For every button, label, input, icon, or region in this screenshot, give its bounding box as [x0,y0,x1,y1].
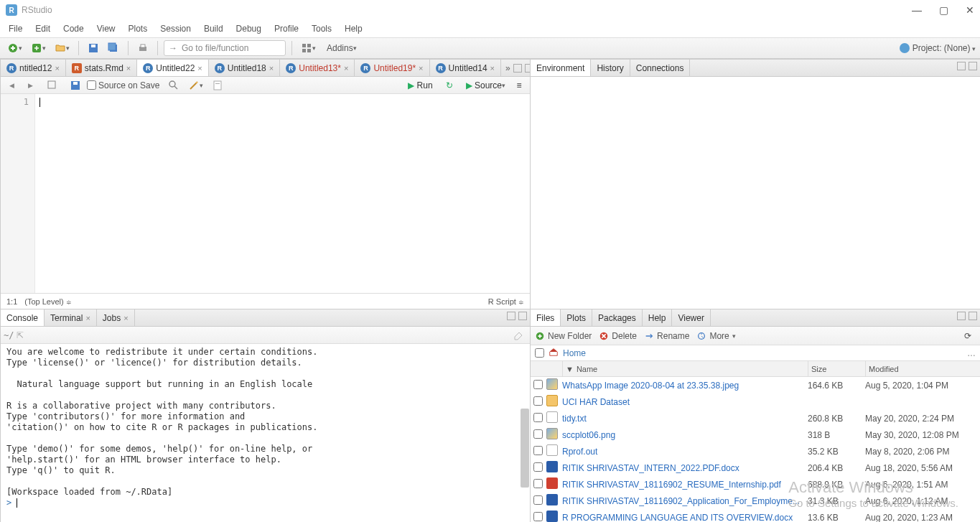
code-area[interactable] [35,94,530,293]
run-button[interactable]: ▶ Run [405,78,435,93]
new-folder-button[interactable]: New Folder [535,331,592,341]
grid-button[interactable] [298,40,319,56]
language-selector[interactable]: R Script ≑ [488,297,524,306]
file-name[interactable]: R PROGRAMMING LANGUAGE AND ITS OVERVIEW.… [562,513,808,523]
addins-menu[interactable]: Addins [322,40,362,56]
file-row[interactable]: R PROGRAMMING LANGUAGE AND ITS OVERVIEW.… [531,509,980,522]
menu-file[interactable]: File [9,24,22,34]
file-checkbox[interactable] [533,479,543,488]
save-button[interactable] [67,78,84,93]
menu-plots[interactable]: Plots [129,24,148,34]
breadcrumb-home[interactable]: Home [563,348,586,358]
refresh-button[interactable]: ⟳ [960,328,976,344]
source-on-save-checkbox[interactable]: Source on Save [87,80,159,90]
editor-body[interactable]: 1 [1,94,530,293]
files-tab-files[interactable]: Files [531,309,561,326]
maximize-pane-icon[interactable] [525,64,530,73]
col-size[interactable]: Size [808,361,865,376]
editor-tab[interactable]: Rntitled12× [1,60,66,76]
file-row[interactable]: WhatsApp Image 2020-08-04 at 23.35.38.jp… [531,377,980,393]
console-popup-icon[interactable]: ⇱ [17,330,24,340]
rerun-button[interactable]: ↻ [442,78,457,93]
file-row[interactable]: sccplot06.png318 BMay 30, 2020, 12:08 PM [531,427,980,443]
find-button[interactable] [165,78,182,93]
menu-debug[interactable]: Debug [236,24,261,34]
close-tab-icon[interactable]: × [85,314,90,322]
menu-help[interactable]: Help [345,24,363,34]
close-tab-icon[interactable]: × [269,64,274,73]
menu-session[interactable]: Session [160,24,191,34]
file-row[interactable]: RITIK SHRIVASTAV_18116902_Application_Fo… [531,493,980,509]
window-minimize-button[interactable]: — [912,4,922,16]
files-tab-plots[interactable]: Plots [561,309,592,326]
rename-button[interactable]: Rename [644,331,689,341]
close-tab-icon[interactable]: × [344,64,348,73]
home-icon[interactable] [549,347,559,359]
env-tab-history[interactable]: History [591,60,630,76]
file-name[interactable]: tidy.txt [562,414,808,424]
editor-tab[interactable]: RUntitled13*× [280,60,355,76]
minimize-pane-icon[interactable] [507,312,515,320]
open-file-button[interactable] [52,40,73,56]
file-name[interactable]: RITIK SHRIVASTAV_18116902_Application_Fo… [562,496,808,506]
close-tab-icon[interactable]: × [490,64,495,73]
wand-button[interactable] [185,78,206,93]
source-button[interactable]: ▶ Source [463,78,508,93]
menu-edit[interactable]: Edit [35,24,50,34]
back-nav-button[interactable]: ◀ [4,78,19,93]
save-button[interactable] [85,40,102,56]
file-checkbox[interactable] [533,446,543,455]
console-tab-console[interactable]: Console [1,309,45,326]
col-modified[interactable]: Modified [865,361,980,376]
file-checkbox[interactable] [533,512,543,521]
editor-tab[interactable]: Rstats.Rmd× [66,60,137,76]
file-row[interactable]: UCI HAR Dataset [531,393,980,410]
fwd-nav-button[interactable]: ▶ [22,78,38,93]
save-all-button[interactable] [105,40,122,56]
file-checkbox[interactable] [533,413,543,422]
file-checkbox[interactable] [533,380,543,389]
file-name[interactable]: Rprof.out [562,447,808,457]
project-selector[interactable]: Project: (None) [913,43,976,53]
file-checkbox[interactable] [533,429,543,439]
breadcrumb-more[interactable]: … [967,348,976,358]
file-name[interactable]: WhatsApp Image 2020-08-04 at 23.35.38.jp… [562,381,808,391]
file-row[interactable]: RITIK SHRIVASTAV_18116902_RESUME_Interns… [531,476,980,493]
minimize-pane-icon[interactable] [513,64,522,73]
minimize-pane-icon[interactable] [957,312,966,320]
window-close-button[interactable]: ✕ [966,4,974,16]
delete-button[interactable]: Delete [599,331,637,341]
clear-console-button[interactable] [510,327,527,343]
minimize-pane-icon[interactable] [957,62,966,70]
maximize-pane-icon[interactable] [518,312,527,320]
console-tab-terminal[interactable]: Terminal× [45,309,97,326]
close-tab-icon[interactable]: × [55,64,59,73]
file-name[interactable]: sccplot06.png [562,430,808,440]
file-checkbox[interactable] [533,396,543,406]
select-all-checkbox[interactable] [535,348,544,358]
tab-overflow-icon[interactable]: » [505,63,510,73]
file-name[interactable]: RITIK SHRIVASTAV_INTERN_2022.PDF.docx [562,463,808,473]
close-tab-icon[interactable]: × [197,64,202,73]
show-in-new-button[interactable] [44,78,61,93]
files-tab-packages[interactable]: Packages [592,309,643,326]
file-row[interactable]: Rprof.out35.2 KBMay 8, 2020, 2:06 PM [531,443,980,460]
files-tab-help[interactable]: Help [643,309,673,326]
close-tab-icon[interactable]: × [123,314,128,322]
console-tab-jobs[interactable]: Jobs× [97,309,135,326]
menu-code[interactable]: Code [63,24,84,34]
env-tab-connections[interactable]: Connections [630,60,691,76]
file-row[interactable]: RITIK SHRIVASTAV_INTERN_2022.PDF.docx206… [531,460,980,476]
maximize-pane-icon[interactable] [969,312,977,320]
close-tab-icon[interactable]: × [419,64,423,73]
goto-file-input[interactable]: → Go to file/function [164,40,286,56]
file-name[interactable]: UCI HAR Dataset [562,397,808,407]
editor-tab[interactable]: RUntitled14× [430,60,501,76]
editor-tab[interactable]: RUntitled19*× [355,60,429,76]
maximize-pane-icon[interactable] [969,62,977,70]
more-button[interactable]: More [696,331,735,341]
scope-selector[interactable]: (Top Level) ≑ [24,297,71,306]
report-button[interactable] [209,78,226,93]
close-tab-icon[interactable]: × [126,64,131,73]
print-button[interactable] [134,40,151,56]
